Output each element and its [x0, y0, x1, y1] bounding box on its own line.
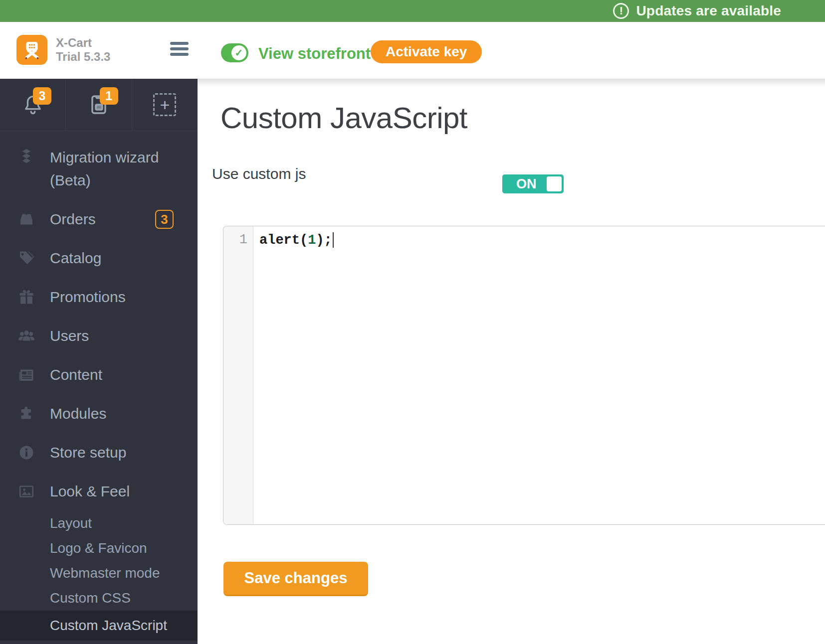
- sidebar-item-content[interactable]: Content: [0, 355, 198, 394]
- sidebar-item-label: Content: [50, 363, 102, 386]
- sidebar-item-label: Look & Feel: [50, 480, 130, 503]
- sidebar: 3 1 +: [0, 79, 198, 644]
- toggle-knob[interactable]: [547, 176, 562, 191]
- xcart-logo[interactable]: [16, 35, 47, 65]
- check-circle-icon: ✓: [231, 45, 246, 60]
- activate-key-button[interactable]: Activate key: [371, 40, 482, 63]
- brand-name: X-Cart: [56, 36, 110, 50]
- editor-gutter: [223, 226, 253, 524]
- storefront-toggle[interactable]: ✓: [221, 43, 248, 62]
- brand-block: X-Cart Trial 5.3.3: [56, 36, 110, 64]
- save-changes-button[interactable]: Save changes: [223, 562, 368, 596]
- alert-circle-icon: !: [613, 3, 629, 19]
- orders-icon: [17, 210, 36, 228]
- apps-tile[interactable]: 1: [66, 79, 132, 131]
- sidebar-item-users[interactable]: Users: [0, 317, 198, 355]
- modules-icon: [17, 405, 36, 423]
- sidebar-item-store-setup[interactable]: Store setup: [0, 433, 198, 472]
- sidebar-item-label: Modules: [50, 402, 106, 425]
- promotions-icon: [17, 288, 36, 306]
- sidebar-subitem-layout[interactable]: Layout: [0, 511, 198, 536]
- sidebar-item-modules[interactable]: Modules: [0, 394, 198, 433]
- sidebar-item-label: Promotions: [50, 286, 126, 309]
- page-title: Custom JavaScript: [220, 101, 467, 135]
- line-number: 1: [223, 232, 247, 247]
- content-icon: [17, 366, 36, 384]
- code-token-fn: alert(: [259, 233, 308, 248]
- code-token-rest: );: [316, 233, 332, 248]
- use-custom-js-toggle[interactable]: ON: [502, 174, 564, 193]
- sidebar-item-label: Users: [50, 324, 89, 347]
- look-feel-icon: [17, 483, 36, 500]
- sidebar-subitem-custom-css[interactable]: Custom CSS: [0, 586, 198, 611]
- text-cursor: [333, 232, 334, 248]
- code-line[interactable]: alert(1);: [259, 232, 334, 248]
- sidebar-subitem-custom-javascript[interactable]: Custom JavaScript: [0, 611, 198, 641]
- sidebar-item-catalog[interactable]: Catalog: [0, 239, 198, 278]
- brand-version: Trial 5.3.3: [56, 50, 110, 64]
- xcart-logo-icon: [20, 38, 43, 61]
- updates-bar: ! Updates are available: [0, 0, 825, 22]
- sidebar-item-migration-wizard[interactable]: Migration wizard (Beta): [0, 146, 198, 192]
- sidebar-menu: Migration wizard (Beta) Orders 3: [0, 131, 198, 641]
- sidebar-item-orders[interactable]: Orders 3: [0, 200, 198, 239]
- header-shadow: [198, 79, 825, 87]
- catalog-icon: [17, 249, 36, 267]
- code-editor[interactable]: 1 alert(1);: [223, 226, 825, 525]
- migration-icon: [17, 147, 36, 165]
- toggle-state-label: ON: [516, 176, 537, 191]
- store-setup-icon: [17, 444, 36, 462]
- main-content: Custom JavaScript Use custom js ON 1 ale…: [198, 79, 825, 644]
- apps-badge: 1: [100, 87, 118, 105]
- updates-message[interactable]: Updates are available: [636, 3, 781, 19]
- sidebar-item-label: Migration wizard (Beta): [50, 146, 159, 192]
- plus-icon: +: [153, 93, 176, 116]
- app-header: X-Cart Trial 5.3.3 ✓ View storefront Act…: [0, 22, 825, 79]
- sidebar-item-label: Catalog: [50, 247, 101, 270]
- menu-hamburger-icon[interactable]: [170, 42, 189, 56]
- sidebar-item-label: Store setup: [50, 441, 126, 464]
- sidebar-quick-tiles: 3 1 +: [0, 79, 198, 131]
- notifications-badge: 3: [33, 87, 51, 105]
- sidebar-subitem-logo-favicon[interactable]: Logo & Favicon: [0, 536, 198, 561]
- view-storefront-link[interactable]: View storefront: [258, 45, 371, 63]
- use-custom-js-label: Use custom js: [212, 165, 306, 182]
- notifications-tile[interactable]: 3: [0, 79, 66, 131]
- orders-count-badge: 3: [155, 210, 174, 229]
- sidebar-item-look-feel[interactable]: Look & Feel: [0, 472, 198, 511]
- code-token-number: 1: [308, 233, 316, 248]
- add-tile[interactable]: +: [132, 79, 198, 131]
- sidebar-item-label: Orders: [50, 208, 96, 231]
- users-icon: [17, 326, 36, 345]
- xcart-admin-window: ! Updates are available X-Cart Trial 5.3…: [0, 0, 825, 644]
- sidebar-subitem-webmaster-mode[interactable]: Webmaster mode: [0, 561, 198, 586]
- sidebar-item-promotions[interactable]: Promotions: [0, 278, 198, 317]
